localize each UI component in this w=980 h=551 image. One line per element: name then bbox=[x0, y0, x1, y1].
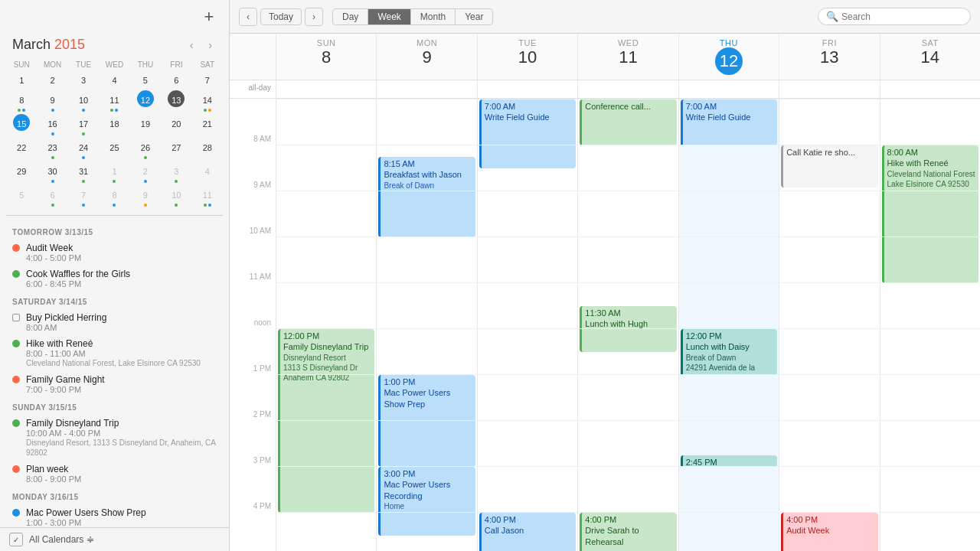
cal-event-drive-sarah[interactable]: 4:00 PM Drive Sarah to Rehearsal bbox=[580, 513, 676, 551]
time-cell-wed-7[interactable]: Conference call... bbox=[577, 99, 678, 145]
mini-day-10[interactable]: 10 bbox=[68, 90, 99, 114]
calendars-checkbox[interactable]: ✓ bbox=[9, 533, 23, 546]
mini-day-27[interactable]: 27 bbox=[161, 138, 191, 161]
time-cell-sat-4[interactable] bbox=[880, 512, 980, 551]
time-cell-fri-11[interactable] bbox=[779, 282, 879, 328]
time-cell-tue-noon[interactable] bbox=[477, 328, 577, 374]
view-month-button[interactable]: Month bbox=[411, 9, 456, 24]
time-cell-thu-3[interactable] bbox=[678, 466, 779, 512]
time-cell-sun-1[interactable] bbox=[276, 374, 376, 420]
time-cell-fri-1[interactable] bbox=[779, 374, 879, 420]
mini-day-8[interactable]: 8 bbox=[6, 90, 37, 114]
time-cell-tue-7[interactable]: 7:00 AM Write Field Guide bbox=[477, 99, 577, 145]
cal-event-call-katie[interactable]: Call Katie re sho... bbox=[781, 145, 877, 187]
time-cell-fri-noon[interactable] bbox=[779, 328, 879, 374]
time-cell-sat-11[interactable] bbox=[880, 282, 980, 328]
mini-day-14[interactable]: 14 bbox=[192, 90, 223, 114]
mini-cal-next[interactable]: › bbox=[204, 37, 217, 53]
time-cell-tue-1[interactable] bbox=[477, 374, 577, 420]
time-cell-sun-10[interactable] bbox=[276, 236, 376, 282]
mini-day-3[interactable]: 3 bbox=[68, 70, 99, 90]
mini-day-17[interactable]: 17 bbox=[68, 114, 99, 138]
mini-day-apr1[interactable]: 1 bbox=[99, 161, 129, 185]
time-cell-sun-noon[interactable]: 12:00 PM Family Disneyland Trip Disneyla… bbox=[276, 328, 376, 374]
mini-day-apr5[interactable]: 5 bbox=[6, 185, 37, 209]
time-cell-mon-1[interactable]: 1:00 PM Mac Power Users Show Prep bbox=[376, 374, 476, 420]
time-cell-sun-9[interactable] bbox=[276, 191, 376, 236]
time-cell-mon-4[interactable] bbox=[376, 512, 476, 551]
mini-day-15[interactable]: 15 bbox=[13, 114, 30, 131]
time-cell-tue-2[interactable] bbox=[477, 420, 577, 466]
mini-day-apr2[interactable]: 2 bbox=[130, 161, 161, 185]
time-cell-fri-10[interactable] bbox=[779, 236, 879, 282]
mini-day-apr7[interactable]: 7 bbox=[68, 185, 99, 209]
list-item[interactable]: Hike with Reneé 8:00 - 11:00 AM Clevelan… bbox=[0, 335, 229, 371]
time-cell-sat-1[interactable] bbox=[880, 374, 980, 420]
list-item[interactable]: Mac Power Users Show Prep 1:00 - 3:00 PM bbox=[0, 504, 229, 527]
mini-day-29[interactable]: 29 bbox=[6, 161, 37, 185]
mini-day-4[interactable]: 4 bbox=[99, 70, 129, 90]
list-item[interactable]: Audit Week 4:00 - 5:00 PM bbox=[0, 240, 229, 266]
time-cell-sat-9[interactable] bbox=[880, 191, 980, 236]
time-cell-sat-10[interactable] bbox=[880, 236, 980, 282]
mini-day-19[interactable]: 19 bbox=[130, 114, 161, 138]
add-event-button[interactable]: + bbox=[198, 6, 220, 28]
time-cell-sat-noon[interactable] bbox=[880, 328, 980, 374]
time-cell-wed-10[interactable] bbox=[577, 236, 678, 282]
time-cell-wed-8[interactable] bbox=[577, 145, 678, 191]
mini-day-21[interactable]: 21 bbox=[192, 114, 223, 138]
time-cell-sun-2[interactable] bbox=[276, 420, 376, 466]
search-input[interactable] bbox=[841, 11, 962, 22]
time-cell-thu-10[interactable] bbox=[678, 236, 779, 282]
cal-event-audit-week[interactable]: 4:00 PM Audit Week bbox=[781, 513, 877, 551]
time-cell-thu-7[interactable]: 7:00 AM Write Field Guide bbox=[678, 99, 779, 145]
event-checkbox[interactable] bbox=[12, 314, 20, 321]
time-cell-sat-2[interactable] bbox=[880, 420, 980, 466]
time-cell-wed-4[interactable]: 4:00 PM Drive Sarah to Rehearsal bbox=[577, 512, 678, 551]
time-cell-wed-3[interactable] bbox=[577, 466, 678, 512]
mini-day-24[interactable]: 24 bbox=[68, 138, 99, 161]
time-cell-sun-3[interactable] bbox=[276, 466, 376, 512]
time-cell-tue-10[interactable] bbox=[477, 236, 577, 282]
mini-day-apr11[interactable]: 11 bbox=[192, 185, 223, 209]
mini-day-12-today[interactable]: 12 bbox=[137, 90, 154, 107]
list-item[interactable]: Buy Pickled Herring 8:00 AM bbox=[0, 309, 229, 335]
mini-day-1[interactable]: 1 bbox=[6, 70, 37, 90]
time-cell-fri-7[interactable] bbox=[779, 99, 879, 145]
time-cell-sun-11[interactable] bbox=[276, 282, 376, 328]
mini-day-apr8[interactable]: 8 bbox=[99, 185, 129, 209]
time-cell-thu-4[interactable] bbox=[678, 512, 779, 551]
time-cell-thu-2[interactable]: 2:45 PM Attend Under-Water basket weavin… bbox=[678, 420, 779, 466]
time-cell-thu-noon[interactable]: 12:00 PM Lunch with Daisy Break of Dawn2… bbox=[678, 328, 779, 374]
time-cell-sat-7[interactable] bbox=[880, 99, 980, 145]
time-cell-mon-noon[interactable] bbox=[376, 328, 476, 374]
time-cell-mon-9[interactable] bbox=[376, 191, 476, 236]
time-cell-fri-2[interactable] bbox=[779, 420, 879, 466]
cal-event-conf-call[interactable]: Conference call... bbox=[580, 99, 676, 145]
list-item[interactable]: Cook Waffles for the Girls 6:00 - 8:45 P… bbox=[0, 266, 229, 292]
time-cell-tue-11[interactable] bbox=[477, 282, 577, 328]
time-cell-wed-2[interactable] bbox=[577, 420, 678, 466]
time-cell-sun-4[interactable] bbox=[276, 512, 376, 551]
mini-day-20[interactable]: 20 bbox=[161, 114, 191, 138]
time-cell-fri-9[interactable] bbox=[779, 191, 879, 236]
next-week-button[interactable]: › bbox=[305, 8, 323, 26]
mini-day-25[interactable]: 25 bbox=[99, 138, 129, 161]
mini-day-22[interactable]: 22 bbox=[6, 138, 37, 161]
time-cell-thu-11[interactable] bbox=[678, 282, 779, 328]
mini-day-13-selected[interactable]: 13 bbox=[168, 90, 185, 107]
time-cell-sun-7[interactable] bbox=[276, 99, 376, 145]
time-cell-fri-4[interactable]: 4:00 PM Audit Week bbox=[779, 512, 879, 551]
mini-day-23[interactable]: 23 bbox=[37, 138, 67, 161]
mini-day-apr9[interactable]: 9 bbox=[130, 185, 161, 209]
all-calendars-label[interactable]: All Calendars ≑ bbox=[29, 534, 94, 545]
today-button[interactable]: Today bbox=[260, 8, 302, 25]
view-year-button[interactable]: Year bbox=[456, 9, 492, 24]
mini-cal-prev[interactable]: ‹ bbox=[185, 37, 198, 53]
mini-day-28[interactable]: 28 bbox=[192, 138, 223, 161]
prev-week-button[interactable]: ‹ bbox=[239, 8, 257, 26]
cal-event-call-jason[interactable]: 4:00 PM Call Jason bbox=[479, 513, 576, 551]
time-cell-thu-9[interactable] bbox=[678, 191, 779, 236]
time-cell-fri-3[interactable] bbox=[779, 466, 879, 512]
list-item[interactable]: Family Game Night 7:00 - 9:00 PM bbox=[0, 371, 229, 397]
